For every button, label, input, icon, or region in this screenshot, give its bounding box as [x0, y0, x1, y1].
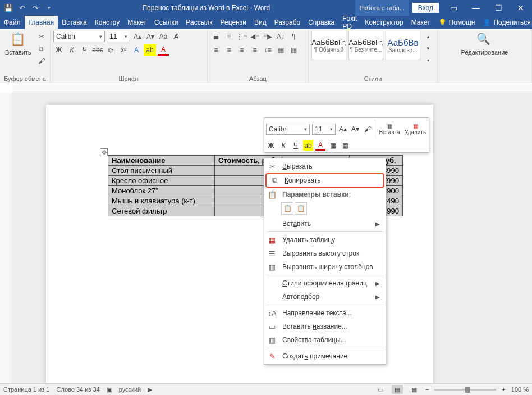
increase-indent-icon[interactable]: ≡▶: [262, 31, 273, 42]
tab-design[interactable]: Констру: [91, 16, 123, 29]
view-print-icon[interactable]: ▤: [392, 385, 403, 394]
ctx-insert-caption[interactable]: ▭Вставить название...: [264, 320, 386, 333]
strike-icon[interactable]: abc: [92, 44, 103, 56]
justify-icon[interactable]: ≡: [249, 44, 260, 56]
mini-underline-icon[interactable]: Ч: [291, 140, 301, 151]
ctx-distribute-rows[interactable]: ☰Выровнять высоту строк: [264, 247, 386, 260]
mini-size-combo[interactable]: 11▾: [312, 124, 336, 135]
mini-grow-font-icon[interactable]: A▴: [338, 124, 348, 134]
zoom-out-icon[interactable]: −: [425, 386, 429, 393]
tab-table-layout[interactable]: Макет: [407, 16, 434, 29]
paste-button[interactable]: 📋 Вставить: [3, 31, 34, 57]
highlight-icon[interactable]: ab: [144, 44, 156, 56]
paste-option-2[interactable]: 📋: [295, 202, 307, 215]
change-case-icon[interactable]: Aa: [158, 31, 169, 42]
superscript-icon[interactable]: x²: [118, 44, 129, 56]
mini-bold-icon[interactable]: Ж: [266, 140, 276, 151]
status-page[interactable]: Страница 1 из 1: [3, 386, 49, 393]
sort-icon[interactable]: A↓: [275, 31, 286, 42]
shrink-font-icon[interactable]: A▾: [145, 31, 156, 42]
grow-font-icon[interactable]: A▴: [132, 31, 143, 42]
bold-icon[interactable]: Ж: [53, 44, 65, 56]
table-move-handle-icon[interactable]: ✥: [100, 148, 108, 156]
maximize-icon[interactable]: ☐: [487, 0, 510, 16]
view-read-icon[interactable]: ▭: [375, 385, 386, 394]
zoom-level[interactable]: 100 %: [511, 386, 529, 393]
ctx-cut[interactable]: ✂Вырезать: [264, 160, 386, 173]
text-effects-icon[interactable]: A: [131, 44, 142, 56]
decrease-indent-icon[interactable]: ◀≡: [249, 31, 260, 42]
clear-format-icon[interactable]: A̸: [171, 31, 182, 42]
tab-help[interactable]: Справка: [304, 16, 338, 29]
ctx-delete-table[interactable]: ▦Удалить таблицу: [264, 233, 386, 247]
sign-in-button[interactable]: Вход: [412, 3, 439, 13]
mini-font-color-icon[interactable]: A: [315, 140, 325, 151]
style-nospacing[interactable]: АаБбВвГг, ¶ Без инте...: [348, 31, 383, 60]
status-language[interactable]: русский: [119, 386, 141, 393]
tab-insert[interactable]: Вставка: [58, 16, 91, 29]
show-marks-icon[interactable]: ¶: [288, 31, 299, 42]
ctx-copy[interactable]: ⧉Копировать: [265, 173, 384, 188]
ruler-horizontal[interactable]: [12, 83, 532, 93]
styles-up-icon[interactable]: ▲: [423, 31, 434, 42]
tab-tellme[interactable]: 💡Помощн: [434, 16, 479, 29]
ctx-new-comment[interactable]: ✎Создать примечание: [264, 349, 386, 363]
style-normal[interactable]: АаБбВвГг, ¶ Обычный: [311, 31, 346, 60]
mini-italic-icon[interactable]: К: [278, 140, 288, 151]
status-macro-icon[interactable]: ▶: [148, 386, 152, 393]
numbering-icon[interactable]: ≡: [223, 31, 235, 42]
align-right-icon[interactable]: ≡: [236, 44, 247, 56]
redo-icon[interactable]: ↷: [30, 3, 40, 13]
ctx-paste[interactable]: Вставить▶: [264, 217, 386, 230]
cut-icon[interactable]: ✂: [36, 31, 47, 42]
tab-share[interactable]: 👤Поделиться: [479, 16, 532, 29]
ctx-text-direction[interactable]: ↕AНаправление текста...: [264, 306, 386, 320]
save-icon[interactable]: 💾: [3, 3, 13, 13]
mini-shrink-font-icon[interactable]: A▾: [350, 124, 360, 134]
subscript-icon[interactable]: x₂: [105, 44, 116, 56]
mini-borders-icon[interactable]: ▦: [340, 140, 350, 151]
mini-delete-button[interactable]: ▦Удалить: [403, 120, 427, 139]
font-size-combo[interactable]: 11▾: [107, 31, 130, 42]
status-words[interactable]: Слово 34 из 34: [56, 386, 99, 393]
ribbon-options-icon[interactable]: ▭: [442, 0, 465, 16]
qat-dropdown-icon[interactable]: ▾: [44, 3, 54, 13]
find-button[interactable]: 🔍 Редактирование: [459, 31, 511, 57]
tab-table-constructor[interactable]: Конструктор: [361, 16, 407, 29]
tab-view[interactable]: Вид: [250, 16, 270, 29]
mini-font-combo[interactable]: Calibri▾: [266, 124, 310, 135]
copy-icon[interactable]: ⧉: [36, 43, 47, 55]
mini-format-painter-icon[interactable]: 🖌: [363, 124, 373, 134]
multilevel-icon[interactable]: ⋮≡: [236, 31, 247, 42]
bullets-icon[interactable]: ≣: [210, 31, 222, 42]
tab-file[interactable]: Файл: [0, 16, 25, 29]
tab-developer[interactable]: Разрабо: [270, 16, 305, 29]
shading-icon[interactable]: ▦: [275, 44, 286, 56]
format-painter-icon[interactable]: 🖌: [36, 56, 47, 67]
zoom-in-icon[interactable]: +: [502, 386, 505, 393]
tab-review[interactable]: Рецензи: [217, 16, 250, 29]
align-left-icon[interactable]: ≡: [210, 44, 222, 56]
tab-home[interactable]: Главная: [25, 16, 58, 29]
mini-shading-icon[interactable]: ▦: [328, 140, 338, 151]
th-name[interactable]: Наименование: [108, 156, 215, 166]
underline-icon[interactable]: Ч: [79, 44, 90, 56]
styles-more-icon[interactable]: ▾: [423, 55, 434, 66]
tab-references[interactable]: Ссылки: [150, 16, 182, 29]
ctx-distribute-cols[interactable]: ▥Выровнять ширину столбцов: [264, 260, 386, 274]
style-heading1[interactable]: АаБбВв Заголово...: [386, 31, 420, 60]
tab-mailings[interactable]: Рассылк: [182, 16, 216, 29]
zoom-slider[interactable]: [434, 389, 496, 391]
mini-insert-button[interactable]: ▦Вставка: [378, 120, 401, 139]
tab-layout[interactable]: Макет: [123, 16, 150, 29]
italic-icon[interactable]: К: [66, 44, 77, 56]
status-proofing-icon[interactable]: ▣: [107, 386, 112, 393]
view-web-icon[interactable]: ▦: [409, 385, 420, 394]
paste-option-1[interactable]: 📋: [281, 202, 293, 215]
ctx-border-styles[interactable]: Стили оформления границ▶: [264, 276, 386, 290]
document-area[interactable]: ✥ Наименование Стоимость, руб. Количеств…: [12, 93, 532, 383]
tab-foxit[interactable]: Foxit PD: [338, 16, 361, 29]
mini-highlight-icon[interactable]: ab: [303, 140, 313, 151]
styles-down-icon[interactable]: ▼: [423, 43, 434, 54]
minimize-icon[interactable]: —: [465, 0, 487, 16]
